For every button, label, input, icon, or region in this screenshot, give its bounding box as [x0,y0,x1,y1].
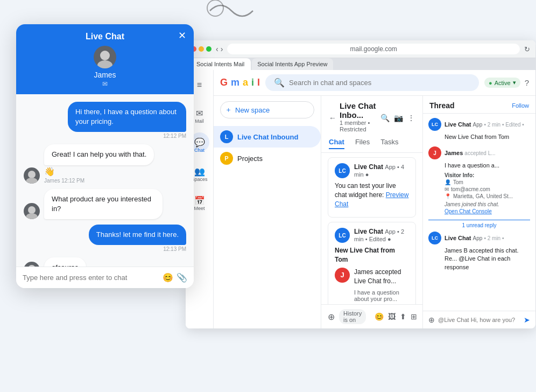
forward-icon[interactable]: › [221,45,223,53]
minimize-dot[interactable] [199,46,204,52]
chat-room-live-chat[interactable]: L Live Chat Inbound [214,126,321,148]
conv-msg-sender-1: Live Chat [354,163,383,171]
browser-dots [191,46,211,52]
conversation-subtitle: 1 member • Restricted [340,120,380,132]
thread-text-2: I have a question a... [428,162,530,170]
svg-point-4 [26,178,38,184]
gmail-logo: Gmail [220,77,260,88]
tab-files[interactable]: Files [355,138,370,149]
search-input[interactable] [289,79,470,87]
more-format-icon[interactable]: ⊞ [411,312,417,321]
svg-point-5 [28,206,36,214]
conversation-tabs: Chat Files Tasks [329,138,415,149]
chat-text-input[interactable] [23,274,158,282]
message-row-2: Great! I can help you with that. 👋 James… [24,144,186,183]
thread-send-icon[interactable]: ➤ [524,316,530,324]
chevron-down-icon[interactable]: ▾ [513,79,516,86]
browser-tabs: Social Intents Mail Social Intents App P… [186,58,535,70]
thread-sender-1: Live Chat [445,121,471,128]
maximize-dot[interactable] [206,46,211,52]
message-bubble-1: Hi there, I have a question about your p… [68,102,186,132]
agent-avatar-5 [24,262,40,267]
more-options-icon[interactable]: ⋮ [407,114,415,122]
conversation-messages: LC Live Chat App • 4 min ● You can test … [321,153,422,304]
message-emoji-2: 👋 [44,166,154,177]
thread-sender-2: James [445,150,463,156]
live-chat-room-avatar: L [220,130,233,143]
projects-room-avatar: P [220,152,233,165]
thread-text-3: James B accepted this chat. Re... @Live … [428,247,530,271]
thread-input-bar: ⊕ ➤ [423,311,535,328]
follow-button[interactable]: Follow [512,102,529,109]
conversation-input-bar: ⊕ History is on 😊 🖼 ⬆ ⊞ ➤ [321,304,422,328]
refresh-icon[interactable]: ↻ [524,45,530,53]
back-icon[interactable]: ‹ [216,45,218,53]
help-icon[interactable]: ? [525,78,529,87]
conv-msg-header-2: LC Live Chat App • 2 min • Edited ● [335,228,409,243]
thread-input[interactable] [438,317,520,323]
conv-message-1: LC Live Chat App • 4 min ● You can test … [328,157,416,218]
video-icon[interactable]: 📷 [394,114,403,122]
thread-email-icon: ✉ [445,186,449,192]
back-arrow-icon[interactable]: ← [329,114,336,122]
thread-header: Thread Follow [423,96,535,114]
attachment-icon[interactable]: 📎 [177,272,187,283]
gmail-body: ≡ ✉ Mail 💬 Chat 👥 Spaces 📅 Meet [186,70,535,328]
thread-msg-avatar-3: LC [428,232,441,244]
conv-msg-text-1: You can test your live chat widget here:… [335,181,409,208]
thread-time-1: • 2 min • Edited • [484,122,524,128]
thread-visitor-email: ✉ tom@acme.com [445,186,530,192]
chat-room-projects[interactable]: P Projects [214,148,321,169]
message-bubble-4: Thanks! let me find it here. [89,225,186,245]
browser-tab-2[interactable]: Social Intents App Preview [252,58,333,70]
emoji-picker-icon[interactable]: 😊 [375,312,384,321]
gmail-search-bar[interactable]: 🔍 [265,74,479,91]
thread-msg-header-3: LC Live Chat App • 2 min • [428,232,530,244]
sidebar-chat-label: Chat [194,148,204,153]
browser-bar: ‹ › mail.google.com ↻ [186,40,535,58]
chat-panel: ＋ New space L Live Chat Inbound P Projec… [214,96,321,328]
thread-person-icon: 👤 [445,179,451,185]
thread-time-3: • 2 min • [484,235,504,241]
thread-message-3: LC Live Chat App • 2 min • James B accep… [428,232,530,271]
svg-point-1 [100,51,110,60]
agent-email-icon: ✉ [25,80,185,88]
emoji-icon[interactable]: 😊 [163,272,173,283]
video-add-icon[interactable]: 🖼 [388,312,396,321]
thread-messages: LC Live Chat App • 2 min • Edited • New … [423,114,535,311]
new-space-label: New space [235,106,270,114]
chat-panel-header: ＋ New space [214,96,321,126]
close-button[interactable]: ✕ [178,31,186,40]
projects-room-label: Projects [237,155,263,163]
thread-open-console-button[interactable]: Open Chat Console [428,208,530,214]
thread-visitor-name: 👤 Tom [445,179,530,185]
thread-message-1: LC Live Chat App • 2 min • Edited • New … [428,118,530,141]
message-row-4: Thanks! let me find it here. 12:13 PM [24,225,186,252]
message-bubble-3: What product are you interested in? [44,189,163,219]
upload-icon[interactable]: ⬆ [400,312,406,321]
gmail-window: ‹ › mail.google.com ↻ Social Intents Mai… [186,40,535,328]
thread-text-1: New Live Chat from Tom [428,133,530,141]
thread-add-icon[interactable]: ⊕ [428,316,435,324]
sidebar-meet-label: Meet [194,206,204,211]
tab-tasks[interactable]: Tasks [380,138,398,149]
svg-point-6 [26,213,38,219]
thread-location-icon: 📍 [445,193,451,199]
conversation-pane: ← Live Chat Inbo... 1 member • Restricte… [321,96,422,328]
add-icon[interactable]: ⊕ [328,312,335,322]
new-space-button[interactable]: ＋ New space [220,101,314,118]
conv-main-text-2: James accepted Live Chat fro... [354,268,409,286]
thread-msg-avatar-2: J [428,146,441,159]
tab-chat[interactable]: Chat [329,138,344,149]
preview-chat-link[interactable]: Preview Chat [335,191,408,208]
chat-input-bar: 😊 📎 [16,267,194,288]
search-conv-icon[interactable]: 🔍 [380,114,390,122]
chat-widget-title: Live Chat [25,32,185,41]
message-time-1: 12:12 PM [68,133,186,139]
browser-url[interactable]: mail.google.com [227,44,520,54]
thread-sender-3: Live Chat [445,235,471,241]
conv-sub-text-2: I have a question about your pro... [354,289,409,302]
chat-widget-header: Live Chat ✕ James ✉ [16,24,194,94]
thread-title: Thread [429,101,455,110]
browser-tab-1[interactable]: Social Intents Mail [190,58,251,70]
